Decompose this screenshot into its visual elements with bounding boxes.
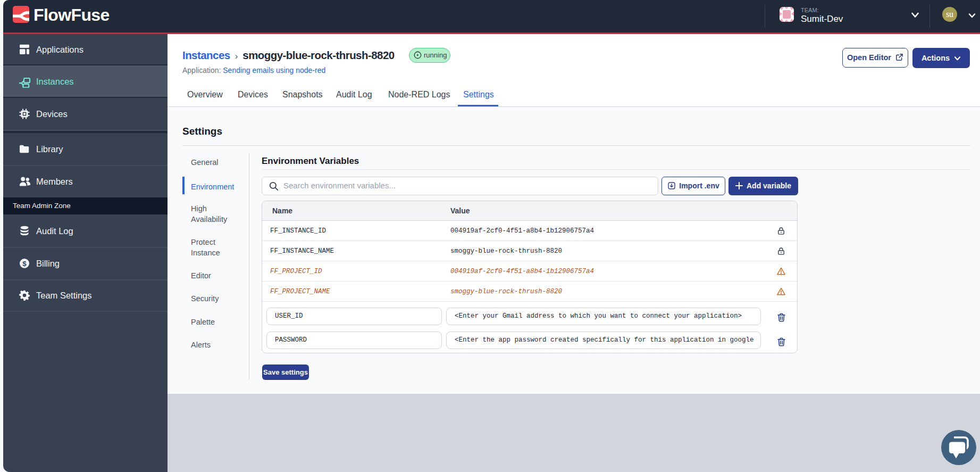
svg-text:$: $ [22,260,27,268]
